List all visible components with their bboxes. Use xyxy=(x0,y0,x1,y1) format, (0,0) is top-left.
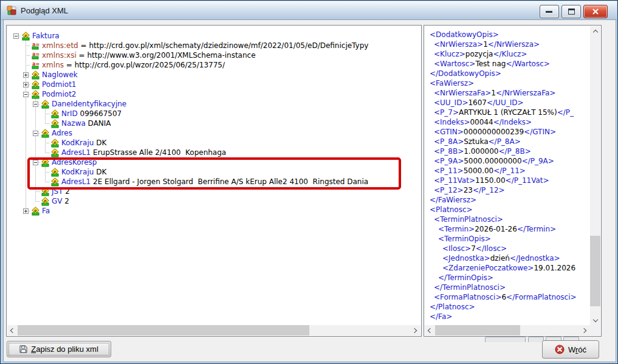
node-value: DK xyxy=(94,168,106,176)
xml-element-icon: e xyxy=(30,89,40,99)
maximize-icon xyxy=(568,9,575,15)
xml-line: </Fa> xyxy=(430,312,590,321)
plus-box-icon[interactable] xyxy=(23,208,29,214)
svg-text:e: e xyxy=(24,33,27,38)
scroll-left-icon[interactable] xyxy=(425,325,435,335)
back-button-label: Wróć xyxy=(568,345,586,354)
tree-row-Nazwa[interactable]: eNazwa DANIA xyxy=(11,118,421,128)
scroll-up-icon[interactable] xyxy=(590,26,600,36)
tree-row-JST[interactable]: eJST 2 xyxy=(11,187,421,196)
tree-row-NrID[interactable]: eNrID 099667507 xyxy=(11,109,421,118)
xml-element-icon: e xyxy=(50,148,60,157)
tree-connector xyxy=(40,167,50,177)
xml-line: <TerminOpis> xyxy=(430,234,590,244)
xml-vertical-scrollbar[interactable] xyxy=(590,26,600,325)
maximize-button[interactable] xyxy=(561,5,581,18)
tree-row-AdresKoresp[interactable]: eAdresKoresp xyxy=(11,157,421,167)
tree-row-KodKraju[interactable]: eKodKraju DK xyxy=(11,138,421,148)
close-button[interactable] xyxy=(583,5,608,18)
minus-box-icon[interactable] xyxy=(33,101,38,107)
save-to-xml-file-button[interactable]: Zapisz do pliku xml xyxy=(7,341,111,357)
tree-guide xyxy=(11,80,21,89)
tree-row-xmlns:xsi[interactable]: a=xmlns:xsi = http://www.w3.org/2001/XML… xyxy=(11,50,421,60)
minus-box-icon[interactable] xyxy=(13,33,19,39)
tree-hscroll-thumb[interactable] xyxy=(18,325,309,335)
xml-source-panel: <DodatkowyOpis><NrWiersza>1</NrWiersza><… xyxy=(424,25,602,337)
tree-guide xyxy=(21,177,30,187)
xml-element-icon: e xyxy=(50,118,60,128)
tree-row-AdresL1[interactable]: eAdresL1 ErupStrasse Alle 2/4100 Kopenha… xyxy=(11,148,421,157)
node-value: ErupStrasse Alle 2/4100 Kopenhaga xyxy=(91,148,226,157)
scroll-down-icon[interactable] xyxy=(590,315,600,325)
xml-line: <DodatkowyOpis> xyxy=(430,30,590,39)
svg-text:e: e xyxy=(53,179,56,184)
node-value: DANIA xyxy=(86,119,111,128)
svg-text:e: e xyxy=(53,149,56,154)
tree-row-GV[interactable]: eGV 2 xyxy=(11,196,421,206)
tree-guide xyxy=(30,148,40,157)
minimize-button[interactable] xyxy=(540,5,559,18)
back-button[interactable]: Wróć xyxy=(542,340,599,359)
node-name: xmlns:xsi xyxy=(42,51,77,60)
tree-row-KodKraju[interactable]: eKodKraju DK xyxy=(11,167,421,177)
svg-text:a=: a= xyxy=(32,42,39,47)
node-name: GV xyxy=(52,197,63,205)
xml-line: <UU_ID>1607</UU_ID> xyxy=(430,98,590,108)
xml-preview-window: Podgląd XML eFakturaa=xmlns:etd = http:/… xyxy=(0,0,618,364)
tree-row-Podmiot1[interactable]: ePodmiot1 xyxy=(11,80,421,89)
tree-connector xyxy=(40,148,50,157)
partial-hidden-button xyxy=(485,337,526,342)
node-name: AdresL1 xyxy=(61,177,91,186)
tree-guide xyxy=(11,60,21,70)
tree-connector xyxy=(30,157,40,167)
tree-guide xyxy=(11,118,21,128)
scroll-right-icon[interactable] xyxy=(410,325,421,335)
tree-guide xyxy=(21,196,30,206)
tree-row-xmlns:etd[interactable]: a=xmlns:etd = http://crd.gov.pl/xml/sche… xyxy=(11,41,421,50)
xml-line: <TerminPlatnosci> xyxy=(430,215,590,224)
xml-vscroll-thumb[interactable] xyxy=(590,236,600,306)
tree-row-Fa[interactable]: eFa xyxy=(11,206,421,216)
minus-box-icon[interactable] xyxy=(23,92,29,97)
tree-connector xyxy=(21,50,30,60)
tree-connector xyxy=(30,187,40,196)
scroll-right-icon[interactable] xyxy=(580,325,590,335)
tree-guide xyxy=(11,89,21,99)
tree-guide xyxy=(11,128,21,138)
tree-connector xyxy=(21,41,30,50)
minus-box-icon[interactable] xyxy=(33,160,38,165)
xml-line: <Wartosc>Test nag</Wartosc> xyxy=(430,59,590,69)
tree-horizontal-scrollbar[interactable] xyxy=(7,325,421,335)
node-value: 2E Ellgard - Jorgen Stolgard Berrifine A… xyxy=(91,177,368,186)
tree-row-Adres[interactable]: eAdres xyxy=(11,128,421,138)
minus-box-icon[interactable] xyxy=(33,131,38,136)
tree-row-DaneIdentyfikacyjne[interactable]: eDaneIdentyfikacyjne xyxy=(11,99,421,109)
scroll-left-icon[interactable] xyxy=(7,325,18,335)
tree-connector xyxy=(21,80,30,89)
xml-element-icon: e xyxy=(40,128,50,138)
tree-guide xyxy=(11,41,21,50)
node-name: NrID xyxy=(61,109,78,118)
xml-element-icon: e xyxy=(50,177,60,187)
node-name: KodKraju xyxy=(61,168,94,176)
tree-row-Naglowek[interactable]: eNaglowek xyxy=(11,70,421,80)
tree-guide xyxy=(21,138,30,148)
tree-connector xyxy=(40,109,50,118)
plus-box-icon[interactable] xyxy=(23,82,29,88)
tree-row-Podmiot2[interactable]: ePodmiot2 xyxy=(11,89,421,99)
xml-line: </DodatkowyOpis> xyxy=(430,69,590,78)
title-bar[interactable]: Podgląd XML xyxy=(1,1,617,20)
svg-text:e: e xyxy=(44,188,46,193)
plus-box-icon[interactable] xyxy=(23,72,29,78)
node-name: Faktura xyxy=(32,32,60,40)
svg-text:e: e xyxy=(34,81,36,86)
tree-panel: eFakturaa=xmlns:etd = http://crd.gov.pl/… xyxy=(6,25,422,337)
node-name: Naglowek xyxy=(42,70,78,79)
tree-row-AdresL1[interactable]: eAdresL1 2E Ellgard - Jorgen Stolgard Be… xyxy=(11,177,421,187)
tree-row-xmlns[interactable]: a=xmlns = http://crd.gov.pl/wzor/2025/06… xyxy=(11,60,421,70)
xml-hscroll-thumb[interactable] xyxy=(435,325,520,335)
xml-element-icon: e xyxy=(40,99,50,109)
svg-text:e: e xyxy=(53,169,56,174)
xml-horizontal-scrollbar[interactable] xyxy=(425,325,590,335)
tree-row-Faktura[interactable]: eFaktura xyxy=(11,31,421,41)
